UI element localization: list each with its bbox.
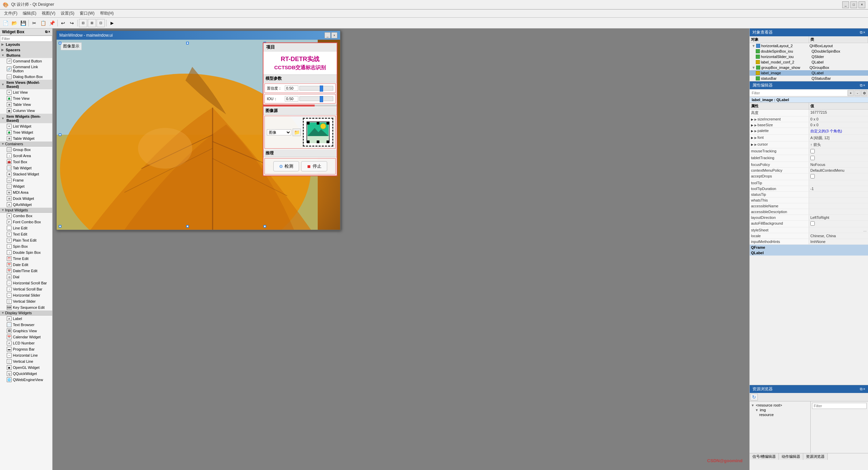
widget-h-line[interactable]: ─ Horizontal Line xyxy=(0,352,52,358)
resource-item-root[interactable]: ▼ <resource root> xyxy=(751,403,809,408)
widget-scroll-area[interactable]: ↕ Scroll Area xyxy=(0,153,52,159)
category-display-widgets[interactable]: ▼ Display Widgets xyxy=(0,311,52,316)
obj-row-lbl-image[interactable]: label_image QLabel xyxy=(750,70,868,76)
mouse-tracking-checkbox[interactable] xyxy=(810,149,815,153)
designer-minimize[interactable]: _ xyxy=(324,32,331,38)
widget-tab-widget[interactable]: 📑 Tab Widget xyxy=(0,165,52,171)
widget-h-scroll-bar[interactable]: ↔ Horizontal Scroll Bar xyxy=(0,280,52,286)
prop-row-tooltip[interactable]: toolTip xyxy=(750,180,868,186)
prop-row-locale[interactable]: locale Chinese, China xyxy=(750,233,868,239)
widget-tool-box[interactable]: 🧰 Tool Box xyxy=(0,159,52,165)
confidence-slider[interactable] xyxy=(299,86,333,91)
widget-date-edit[interactable]: 📅 Date Edit xyxy=(0,262,52,268)
prop-value-autofill[interactable] xyxy=(809,221,868,227)
menu-window[interactable]: 窗口(W) xyxy=(77,10,97,17)
widget-lcd-number[interactable]: # LCD Number xyxy=(0,340,52,346)
widget-v-slider[interactable]: │ Vertical Slider xyxy=(0,298,52,304)
stylesheet-edit-icon[interactable]: … xyxy=(863,228,867,232)
widget-combo-box[interactable]: ▾ Combo Box xyxy=(0,213,52,219)
accept-drops-checkbox[interactable] xyxy=(810,174,815,178)
widget-qaxwidget[interactable]: A QAxWidget xyxy=(0,202,52,208)
widget-box-close-icon[interactable]: × xyxy=(48,30,50,34)
widget-filter-input[interactable] xyxy=(0,36,52,42)
category-buttons[interactable]: ▼ Buttons xyxy=(0,53,52,58)
widget-opengl[interactable]: ▣ OpenGL Widget xyxy=(0,364,52,371)
handle-bc[interactable] xyxy=(186,225,189,228)
menu-settings[interactable]: 设置(S) xyxy=(58,10,77,17)
widget-tree-widget[interactable]: 🌲 Tree Widget xyxy=(0,129,52,135)
prop-row-accessible-desc[interactable]: accessibleDescription xyxy=(750,209,868,215)
stop-btn[interactable]: ⏹ 停止 xyxy=(301,161,327,171)
image-browse-btn[interactable]: 📁 xyxy=(293,129,301,136)
prop-filter-input[interactable] xyxy=(750,90,847,96)
widget-list-widget[interactable]: ≡ List Widget xyxy=(0,123,52,129)
widget-frame[interactable]: ▭ Frame xyxy=(0,177,52,183)
prop-row-height[interactable]: 高度 16777215 xyxy=(750,110,868,116)
resource-float-icon[interactable]: ⧉ xyxy=(860,387,863,391)
toolbar-undo[interactable]: ↩ xyxy=(59,19,67,27)
prop-row-context-menu[interactable]: contextMenuPolicy DefaultContextMenu xyxy=(750,168,868,173)
widget-font-combo-box[interactable]: F Font Combo Box xyxy=(0,219,52,225)
prop-row-stylesheet[interactable]: styleSheet … xyxy=(750,227,868,233)
prop-row-focus-policy[interactable]: focusPolicy NoFocus xyxy=(750,162,868,168)
widget-spin-box[interactable]: ↕ Spin Box xyxy=(0,243,52,249)
tablet-tracking-checkbox[interactable] xyxy=(810,156,815,160)
widget-box-float-icon[interactable]: ⧉ xyxy=(45,30,47,34)
prop-row-base-size[interactable]: ▶ baseSize 0 x 0 xyxy=(750,122,868,128)
widget-mdi-area[interactable]: ⧉ MDI Area xyxy=(0,189,52,195)
autofill-checkbox[interactable] xyxy=(810,221,815,226)
prop-section-qlabel[interactable]: QLabel xyxy=(750,250,868,256)
category-item-views[interactable]: ▼ Item Views (Model-Based) xyxy=(0,80,52,89)
obj-row-lbl-conf2[interactable]: label_model_conf_2 QLabel xyxy=(750,59,868,65)
widget-key-sequence-edit[interactable]: ⌨ Key Sequence Edit xyxy=(0,304,52,311)
prop-float-icon[interactable]: ⧉ xyxy=(860,83,863,88)
prop-row-cursor[interactable]: ▶ cursor ↑ 箭头 xyxy=(750,142,868,148)
widget-line-edit[interactable]: _ Line Edit xyxy=(0,225,52,231)
prop-row-mouse-tracking[interactable]: mouseTracking xyxy=(750,148,868,155)
handle-tl[interactable] xyxy=(59,42,61,44)
widget-h-slider[interactable]: ─ Horizontal Slider xyxy=(0,292,52,298)
designer-close[interactable]: × xyxy=(331,32,337,38)
widget-list-view[interactable]: ≡ List View xyxy=(0,89,52,95)
obj-row-groupbox[interactable]: ▼ groupBox_image_show QGroupBox xyxy=(750,65,868,70)
widget-datetime-edit[interactable]: 📅 Date/Time Edit xyxy=(0,268,52,274)
widget-table-view[interactable]: ⊞ Table View xyxy=(0,101,52,108)
obj-float-icon[interactable]: ⧉ xyxy=(860,30,863,35)
obj-row-hslider[interactable]: horizontalSlider_iou QSlider xyxy=(750,54,868,59)
widget-v-scroll-bar[interactable]: ↕ Vertical Scroll Bar xyxy=(0,286,52,292)
prop-minus-icon[interactable]: - xyxy=(854,90,861,96)
toolbar-new[interactable]: 📄 xyxy=(1,19,9,27)
iou-slider-thumb[interactable] xyxy=(320,96,323,102)
confidence-input[interactable] xyxy=(285,86,298,91)
widget-column-view[interactable]: ▦ Column View xyxy=(0,108,52,114)
obj-row-hlayout2[interactable]: ▼ horizontalLayout_2 QHBoxLayout xyxy=(750,43,868,49)
widget-plain-text-edit[interactable]: T Plain Text Edit xyxy=(0,237,52,243)
close-btn[interactable]: × xyxy=(859,1,865,8)
confidence-slider-thumb[interactable] xyxy=(320,86,323,92)
widget-command-link-button[interactable]: 🔗 Command Link Button xyxy=(0,64,52,74)
toolbar-save[interactable]: 💾 xyxy=(19,19,27,27)
prop-value-mouse-tracking[interactable] xyxy=(809,148,868,155)
obj-close-icon[interactable]: × xyxy=(863,30,865,35)
toolbar-layout-v[interactable]: ⊞ xyxy=(88,19,96,27)
widget-graphics-view[interactable]: 🖼 Graphics View xyxy=(0,328,52,334)
widget-calendar[interactable]: 📅 Calendar Widget xyxy=(0,334,52,340)
handle-br[interactable] xyxy=(263,225,266,228)
widget-command-button[interactable]: ⏎ Command Button xyxy=(0,58,52,64)
widget-qquick[interactable]: Q QQuickWidget xyxy=(0,371,52,377)
tab-action-editor[interactable]: 动作编辑器 xyxy=(779,453,803,460)
menu-edit[interactable]: 编辑(E) xyxy=(20,10,39,17)
widget-widget[interactable]: □ Widget xyxy=(0,183,52,189)
toolbar-layout-h[interactable]: ⊟ xyxy=(79,19,87,27)
category-input-widgets[interactable]: ▼ Input Widgets xyxy=(0,208,52,213)
tab-signal-slot[interactable]: 信号/槽编辑器 xyxy=(750,453,779,460)
prop-row-layout-dir[interactable]: layoutDirection LeftToRight xyxy=(750,215,868,221)
widget-qwebengine[interactable]: 🌐 QWebEngineView xyxy=(0,377,52,383)
toolbar-cut[interactable]: ✂ xyxy=(30,19,38,27)
prop-row-accept-drops[interactable]: acceptDrops xyxy=(750,173,868,180)
minimize-btn[interactable]: _ xyxy=(842,1,849,8)
prop-close-icon[interactable]: × xyxy=(863,83,865,88)
widget-time-edit[interactable]: ⏰ Time Edit xyxy=(0,256,52,262)
iou-input[interactable] xyxy=(285,96,298,101)
handle-bl[interactable] xyxy=(59,225,61,228)
